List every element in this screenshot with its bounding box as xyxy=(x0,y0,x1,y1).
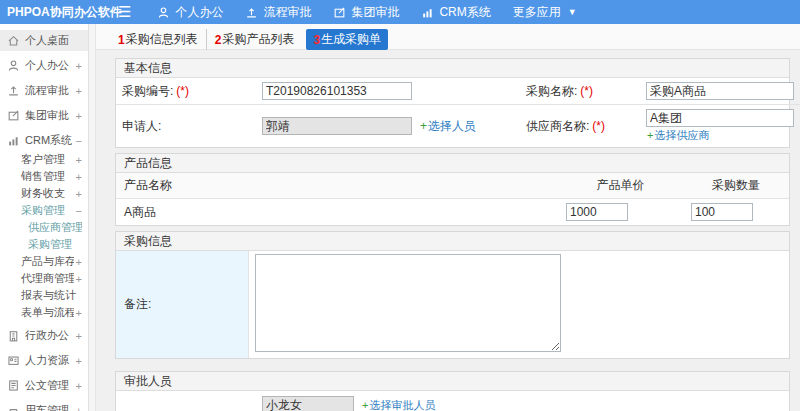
sidebar-item-group-approval[interactable]: 集团审批 + xyxy=(0,105,88,126)
product-info-section-title: 产品信息 xyxy=(116,154,789,173)
product-table-row: A商品 xyxy=(116,199,789,225)
expand-toggle[interactable]: + xyxy=(74,405,82,411)
edit-icon xyxy=(7,109,20,122)
top-menu-crm-system[interactable]: CRM系统 xyxy=(421,4,490,21)
product-price-input[interactable] xyxy=(566,203,628,221)
tab-purchase-product-list[interactable]: 2 采购产品列表 xyxy=(207,29,303,50)
sidebar-item-customer-mgmt[interactable]: 客户管理 + xyxy=(0,151,88,168)
sidebar-item-purchase-mgmt-group[interactable]: 采购管理 − xyxy=(0,202,88,219)
main-content: 1 采购信息列表 2 采购产品列表 3 生成采购单 基本信息 采购编号:(*) xyxy=(96,24,800,411)
sidebar-item-finance[interactable]: 财务收支 + xyxy=(0,185,88,202)
basic-info-section-title: 基本信息 xyxy=(116,59,789,78)
sidebar-item-personal-office[interactable]: 个人办公 + xyxy=(0,55,88,76)
expand-toggle[interactable]: + xyxy=(74,273,82,285)
expand-toggle[interactable]: + xyxy=(74,330,82,342)
sidebar-item-sales-mgmt[interactable]: 销售管理 + xyxy=(0,168,88,185)
select-approver-link[interactable]: +选择审批人员 xyxy=(362,398,435,411)
select-supplier-link[interactable]: +选择供应商 xyxy=(647,128,709,143)
expand-toggle[interactable]: + xyxy=(74,60,82,72)
bar-chart-icon xyxy=(421,6,434,19)
expand-toggle[interactable]: + xyxy=(74,171,82,183)
id-card-icon xyxy=(7,354,20,367)
required-mark: (*) xyxy=(592,119,605,133)
edit-icon xyxy=(333,6,346,19)
step-tab-bar: 1 采购信息列表 2 采购产品列表 3 生成采购单 xyxy=(96,24,800,50)
plus-icon: + xyxy=(647,129,653,141)
expand-toggle[interactable]: + xyxy=(74,307,82,319)
top-menu-personal-office[interactable]: 个人办公 xyxy=(157,4,223,21)
flow-upload-icon xyxy=(245,6,258,19)
plus-icon: + xyxy=(420,119,427,133)
hamburger-menu-icon[interactable]: ☰ xyxy=(118,0,131,24)
col-product-price: 产品单价 xyxy=(558,173,683,199)
purchase-info-section: 采购信息 备注: xyxy=(115,231,790,359)
select-person-link[interactable]: +选择人员 xyxy=(420,118,476,135)
app-logo: PHPOA协同办公软件 xyxy=(0,4,108,21)
purchase-name-label: 采购名称:(*) xyxy=(520,78,640,105)
product-name-cell: A商品 xyxy=(116,199,558,225)
applicant-label: 申请人: xyxy=(116,105,256,147)
expand-toggle[interactable]: + xyxy=(74,355,82,367)
sidebar-item-process-approval[interactable]: 流程审批 + xyxy=(0,80,88,101)
user-icon xyxy=(157,6,170,19)
sidebar-scrollbar[interactable] xyxy=(89,24,96,411)
flow-upload-icon xyxy=(7,84,20,97)
purchase-no-input[interactable] xyxy=(262,82,412,100)
col-purchase-qty: 采购数量 xyxy=(683,173,789,199)
set-approver-label: 设置审批人员:(*) xyxy=(116,391,256,411)
basic-info-section: 基本信息 采购编号:(*) 采购名称:(*) 申请人: xyxy=(115,58,790,148)
sidebar-item-hr[interactable]: 人力资源 + xyxy=(0,350,88,371)
purchase-info-section-title: 采购信息 xyxy=(116,232,789,251)
sidebar-item-supplier-mgmt[interactable]: 供应商管理 xyxy=(0,219,88,236)
supplier-name-input[interactable] xyxy=(646,109,794,127)
sidebar-item-document-mgmt[interactable]: 公文管理 + xyxy=(0,375,88,396)
expand-toggle[interactable]: + xyxy=(74,256,82,268)
tab-generate-purchase-order[interactable]: 3 生成采购单 xyxy=(306,29,388,50)
remark-label: 备注: xyxy=(116,251,249,358)
sidebar-item-reports-stats[interactable]: 报表与统计 xyxy=(0,287,88,304)
top-menu-more-apps[interactable]: 更多应用 ▼ xyxy=(513,4,577,21)
sidebar-item-product-inventory[interactable]: 产品与库存 + xyxy=(0,253,88,270)
expand-toggle[interactable]: + xyxy=(74,154,82,166)
top-menu: 个人办公 流程审批 集团审批 CRM系统 更多应用 ▼ xyxy=(157,4,576,21)
product-info-section: 产品信息 产品名称 产品单价 采购数量 A商品 xyxy=(115,153,790,226)
caret-down-icon: ▼ xyxy=(568,7,577,17)
sidebar-item-form-process-settings[interactable]: 表单与流程设置 + xyxy=(0,304,88,321)
expand-toggle[interactable]: + xyxy=(74,380,82,392)
plus-icon: + xyxy=(362,399,368,411)
sidebar-item-admin-office[interactable]: 行政办公 + xyxy=(0,325,88,346)
sidebar-item-agent-mgmt[interactable]: 代理商管理 + xyxy=(0,270,88,287)
required-mark: (*) xyxy=(580,84,593,98)
sidebar-item-personal-desktop[interactable]: 个人桌面 xyxy=(0,30,88,51)
applicant-input[interactable] xyxy=(262,117,412,135)
sidebar-item-purchase-mgmt[interactable]: 采购管理 xyxy=(0,236,88,253)
approval-section: 审批人员 设置审批人员:(*) +选择审批人员 提醒审批人员: 短消息 xyxy=(115,371,790,411)
user-icon xyxy=(7,59,20,72)
purchase-no-label: 采购编号:(*) xyxy=(116,78,256,105)
car-icon xyxy=(7,404,20,411)
expand-toggle[interactable]: + xyxy=(74,188,82,200)
tab-purchase-info-list[interactable]: 1 采购信息列表 xyxy=(110,29,207,50)
top-menu-group-approval[interactable]: 集团审批 xyxy=(333,4,399,21)
supplier-name-label: 供应商名称:(*) xyxy=(520,105,640,147)
top-bar: PHPOA协同办公软件 ☰ 个人办公 流程审批 集团审批 CRM系统 更多应用 … xyxy=(0,0,800,24)
remark-textarea[interactable] xyxy=(255,254,561,352)
home-icon xyxy=(7,34,20,47)
expand-toggle[interactable]: + xyxy=(74,110,82,122)
col-product-name: 产品名称 xyxy=(116,173,558,199)
top-menu-process-approval[interactable]: 流程审批 xyxy=(245,4,311,21)
purchase-qty-input[interactable] xyxy=(691,203,753,221)
bar-chart-icon xyxy=(7,134,20,147)
building-icon xyxy=(7,329,20,342)
collapse-toggle[interactable]: − xyxy=(74,205,82,217)
sidebar-nav: 个人桌面 个人办公 + 流程审批 + 集团审批 + CRM系统 − 客户管理 +… xyxy=(0,24,89,411)
expand-toggle[interactable]: + xyxy=(74,85,82,97)
purchase-name-input[interactable] xyxy=(646,82,794,100)
sidebar-item-crm-system[interactable]: CRM系统 − xyxy=(0,130,88,151)
document-icon xyxy=(7,379,20,392)
required-mark: (*) xyxy=(176,84,189,98)
approver-input[interactable] xyxy=(262,396,354,411)
collapse-toggle[interactable]: − xyxy=(74,135,82,147)
sidebar-item-vehicle-mgmt[interactable]: 用车管理 + xyxy=(0,400,88,411)
purchase-order-form: 基本信息 采购编号:(*) 采购名称:(*) 申请人: xyxy=(96,50,800,411)
